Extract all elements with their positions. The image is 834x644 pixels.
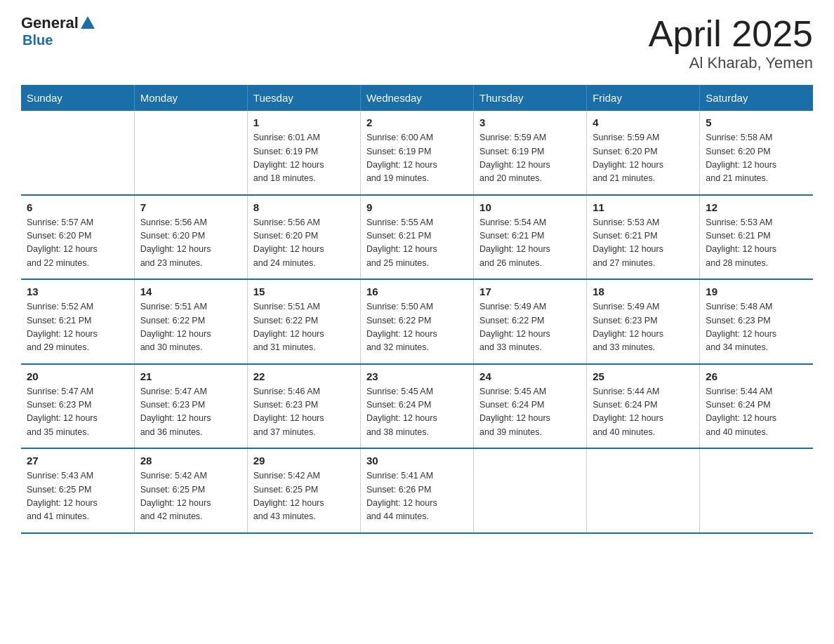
header-sunday: Sunday xyxy=(21,85,134,111)
day-number: 11 xyxy=(593,201,694,213)
logo-general-text: General xyxy=(21,14,79,32)
day-cell xyxy=(587,448,700,533)
header-wednesday: Wednesday xyxy=(360,85,473,111)
day-cell: 3Sunrise: 5:59 AM Sunset: 6:19 PM Daylig… xyxy=(474,111,587,195)
day-number: 19 xyxy=(706,286,807,297)
day-cell: 30Sunrise: 5:41 AM Sunset: 6:26 PM Dayli… xyxy=(360,448,473,533)
day-cell: 4Sunrise: 5:59 AM Sunset: 6:20 PM Daylig… xyxy=(587,111,700,195)
week-row-4: 20Sunrise: 5:47 AM Sunset: 6:23 PM Dayli… xyxy=(21,364,813,449)
day-cell: 7Sunrise: 5:56 AM Sunset: 6:20 PM Daylig… xyxy=(134,195,247,280)
page-subtitle: Al Kharab, Yemen xyxy=(649,54,813,72)
day-number: 26 xyxy=(706,370,807,382)
day-info: Sunrise: 5:44 AM Sunset: 6:24 PM Dayligh… xyxy=(706,385,807,440)
day-number: 25 xyxy=(593,370,694,382)
day-info: Sunrise: 5:47 AM Sunset: 6:23 PM Dayligh… xyxy=(140,385,241,440)
day-number: 29 xyxy=(253,455,355,467)
day-info: Sunrise: 5:55 AM Sunset: 6:21 PM Dayligh… xyxy=(366,216,468,271)
day-info: Sunrise: 5:46 AM Sunset: 6:23 PM Dayligh… xyxy=(253,385,355,440)
day-info: Sunrise: 5:59 AM Sunset: 6:19 PM Dayligh… xyxy=(479,131,581,186)
day-number: 20 xyxy=(27,370,128,382)
day-info: Sunrise: 5:59 AM Sunset: 6:20 PM Dayligh… xyxy=(593,131,694,186)
day-number: 14 xyxy=(140,286,241,297)
day-cell: 19Sunrise: 5:48 AM Sunset: 6:23 PM Dayli… xyxy=(700,279,813,364)
day-cell: 17Sunrise: 5:49 AM Sunset: 6:22 PM Dayli… xyxy=(474,279,587,364)
header-monday: Monday xyxy=(134,85,247,111)
day-number: 24 xyxy=(479,370,581,382)
day-cell xyxy=(700,448,813,533)
day-number: 2 xyxy=(366,116,468,128)
page-header: General Blue April 2025 Al Kharab, Yemen xyxy=(21,14,813,72)
day-cell: 26Sunrise: 5:44 AM Sunset: 6:24 PM Dayli… xyxy=(700,364,813,449)
day-number: 16 xyxy=(366,286,468,297)
day-number: 13 xyxy=(27,286,128,297)
day-number: 7 xyxy=(140,201,241,213)
day-info: Sunrise: 6:00 AM Sunset: 6:19 PM Dayligh… xyxy=(366,131,468,186)
day-cell: 11Sunrise: 5:53 AM Sunset: 6:21 PM Dayli… xyxy=(587,195,700,280)
day-number: 5 xyxy=(706,116,807,128)
day-number: 6 xyxy=(27,201,128,213)
day-info: Sunrise: 5:50 AM Sunset: 6:22 PM Dayligh… xyxy=(366,300,468,355)
week-row-5: 27Sunrise: 5:43 AM Sunset: 6:25 PM Dayli… xyxy=(21,448,813,533)
day-info: Sunrise: 5:42 AM Sunset: 6:25 PM Dayligh… xyxy=(253,469,355,524)
day-cell: 12Sunrise: 5:53 AM Sunset: 6:21 PM Dayli… xyxy=(700,195,813,280)
header-thursday: Thursday xyxy=(474,85,587,111)
day-info: Sunrise: 5:44 AM Sunset: 6:24 PM Dayligh… xyxy=(593,385,694,440)
day-info: Sunrise: 5:47 AM Sunset: 6:23 PM Dayligh… xyxy=(27,385,128,440)
day-info: Sunrise: 5:49 AM Sunset: 6:22 PM Dayligh… xyxy=(479,300,581,355)
day-cell: 14Sunrise: 5:51 AM Sunset: 6:22 PM Dayli… xyxy=(134,279,247,364)
day-cell: 27Sunrise: 5:43 AM Sunset: 6:25 PM Dayli… xyxy=(21,448,134,533)
day-number: 21 xyxy=(140,370,241,382)
day-number: 4 xyxy=(593,116,694,128)
day-info: Sunrise: 5:56 AM Sunset: 6:20 PM Dayligh… xyxy=(140,216,241,271)
day-cell: 6Sunrise: 5:57 AM Sunset: 6:20 PM Daylig… xyxy=(21,195,134,280)
day-info: Sunrise: 5:48 AM Sunset: 6:23 PM Dayligh… xyxy=(706,300,807,355)
header-row: Sunday Monday Tuesday Wednesday Thursday… xyxy=(21,85,813,111)
day-cell xyxy=(21,111,134,195)
day-info: Sunrise: 5:56 AM Sunset: 6:20 PM Dayligh… xyxy=(253,216,355,271)
day-info: Sunrise: 5:51 AM Sunset: 6:22 PM Dayligh… xyxy=(140,300,241,355)
day-cell xyxy=(134,111,247,195)
header-saturday: Saturday xyxy=(700,85,813,111)
logo: General Blue xyxy=(21,14,95,48)
day-cell: 29Sunrise: 5:42 AM Sunset: 6:25 PM Dayli… xyxy=(247,448,360,533)
day-info: Sunrise: 5:42 AM Sunset: 6:25 PM Dayligh… xyxy=(140,469,241,524)
day-info: Sunrise: 5:43 AM Sunset: 6:25 PM Dayligh… xyxy=(27,469,128,524)
day-cell: 16Sunrise: 5:50 AM Sunset: 6:22 PM Dayli… xyxy=(360,279,473,364)
day-info: Sunrise: 5:54 AM Sunset: 6:21 PM Dayligh… xyxy=(479,216,581,271)
day-info: Sunrise: 5:45 AM Sunset: 6:24 PM Dayligh… xyxy=(366,385,468,440)
day-info: Sunrise: 5:51 AM Sunset: 6:22 PM Dayligh… xyxy=(253,300,355,355)
day-cell: 13Sunrise: 5:52 AM Sunset: 6:21 PM Dayli… xyxy=(21,279,134,364)
day-cell: 15Sunrise: 5:51 AM Sunset: 6:22 PM Dayli… xyxy=(247,279,360,364)
week-row-1: 1Sunrise: 6:01 AM Sunset: 6:19 PM Daylig… xyxy=(21,111,813,195)
day-cell: 1Sunrise: 6:01 AM Sunset: 6:19 PM Daylig… xyxy=(247,111,360,195)
day-info: Sunrise: 5:53 AM Sunset: 6:21 PM Dayligh… xyxy=(706,216,807,271)
day-cell: 22Sunrise: 5:46 AM Sunset: 6:23 PM Dayli… xyxy=(247,364,360,449)
day-info: Sunrise: 5:57 AM Sunset: 6:20 PM Dayligh… xyxy=(27,216,128,271)
day-number: 10 xyxy=(479,201,581,213)
logo-triangle-icon xyxy=(81,16,95,29)
day-cell: 10Sunrise: 5:54 AM Sunset: 6:21 PM Dayli… xyxy=(474,195,587,280)
day-number: 22 xyxy=(253,370,355,382)
day-cell: 20Sunrise: 5:47 AM Sunset: 6:23 PM Dayli… xyxy=(21,364,134,449)
day-number: 3 xyxy=(479,116,581,128)
logo-blue-text: Blue xyxy=(22,32,53,48)
day-info: Sunrise: 6:01 AM Sunset: 6:19 PM Dayligh… xyxy=(253,131,355,186)
calendar-table: Sunday Monday Tuesday Wednesday Thursday… xyxy=(21,85,813,534)
day-cell: 18Sunrise: 5:49 AM Sunset: 6:23 PM Dayli… xyxy=(587,279,700,364)
day-info: Sunrise: 5:53 AM Sunset: 6:21 PM Dayligh… xyxy=(593,216,694,271)
day-cell: 2Sunrise: 6:00 AM Sunset: 6:19 PM Daylig… xyxy=(360,111,473,195)
header-friday: Friday xyxy=(587,85,700,111)
day-cell: 9Sunrise: 5:55 AM Sunset: 6:21 PM Daylig… xyxy=(360,195,473,280)
header-tuesday: Tuesday xyxy=(247,85,360,111)
day-number: 18 xyxy=(593,286,694,297)
calendar-body: 1Sunrise: 6:01 AM Sunset: 6:19 PM Daylig… xyxy=(21,111,813,533)
title-block: April 2025 Al Kharab, Yemen xyxy=(649,14,813,72)
calendar-header: Sunday Monday Tuesday Wednesday Thursday… xyxy=(21,85,813,111)
day-number: 27 xyxy=(27,455,128,467)
page-title: April 2025 xyxy=(649,14,813,54)
day-number: 12 xyxy=(706,201,807,213)
day-number: 30 xyxy=(366,455,468,467)
logo-top: General xyxy=(21,14,95,32)
day-cell xyxy=(474,448,587,533)
day-info: Sunrise: 5:45 AM Sunset: 6:24 PM Dayligh… xyxy=(479,385,581,440)
